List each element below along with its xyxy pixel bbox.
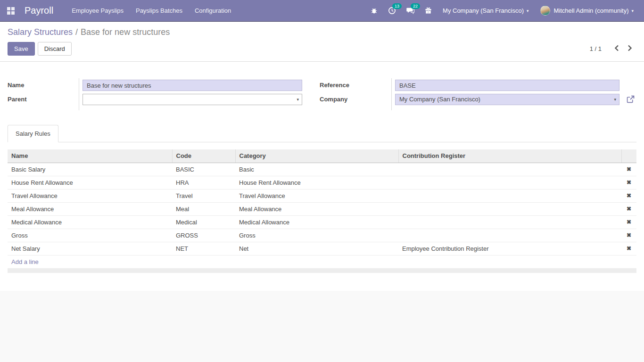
company-field-value: My Company (San Francisco) [399, 96, 480, 103]
user-menu[interactable]: Mitchell Admin (community) ▾ [535, 0, 639, 21]
cell-code[interactable]: GROSS [172, 229, 235, 242]
cell-name[interactable]: Gross [8, 229, 172, 242]
message-count-badge: 22 [411, 3, 420, 9]
cell-name[interactable]: House Rent Allowance [8, 176, 172, 189]
table-row[interactable]: Net Salary NET Net Employee Contribution… [8, 242, 636, 255]
cell-category[interactable]: Medical Allowance [235, 215, 398, 229]
table-row[interactable]: Gross GROSS Gross ✖ [8, 229, 636, 242]
company-switcher[interactable]: My Company (San Francisco) ▾ [437, 0, 534, 21]
pager-value[interactable]: 1 / 1 [590, 45, 602, 52]
cell-code[interactable]: NET [172, 242, 235, 255]
activity-count-badge: 13 [392, 3, 402, 9]
chevron-down-icon: ▾ [631, 8, 634, 13]
menu-payslips-batches[interactable]: Payslips Batches [130, 0, 189, 21]
company-field-label: Company [320, 94, 391, 108]
pager: 1 / 1 [590, 43, 636, 55]
delete-row-icon[interactable]: ✖ [627, 179, 631, 186]
cell-name[interactable]: Meal Allowance [8, 202, 172, 215]
delete-row-icon[interactable]: ✖ [627, 192, 631, 199]
cell-contribution-register[interactable] [398, 163, 621, 176]
external-link-icon[interactable] [627, 95, 635, 105]
activities-clock-icon[interactable]: 13 [383, 0, 401, 21]
parent-field[interactable]: ▾ [83, 94, 302, 105]
delete-row-icon[interactable]: ✖ [627, 206, 631, 212]
delete-row-icon[interactable]: ✖ [627, 166, 631, 173]
cell-contribution-register[interactable] [398, 189, 621, 202]
delete-row-icon[interactable]: ✖ [627, 219, 631, 225]
parent-field-label: Parent [8, 94, 79, 108]
control-panel: Salary Structures/Base for new structure… [0, 22, 644, 62]
cell-category[interactable]: Basic [235, 163, 398, 176]
cell-code[interactable]: HRA [172, 176, 235, 189]
cell-category[interactable]: Travel Allowance [235, 189, 398, 202]
table-row[interactable]: Travel Allowance Travel Travel Allowance… [8, 189, 636, 202]
column-header-name[interactable]: Name [8, 149, 172, 163]
table-footer [8, 268, 636, 273]
cell-category[interactable]: Meal Allowance [235, 202, 398, 215]
cell-contribution-register[interactable] [398, 176, 621, 189]
reference-field[interactable] [395, 80, 619, 91]
breadcrumb-parent-link[interactable]: Salary Structures [8, 27, 73, 37]
menu-configuration[interactable]: Configuration [189, 0, 237, 21]
navbar-systray: 13 22 My Company (San Francisco) ▾ [365, 0, 639, 21]
column-header-actions [621, 149, 636, 163]
messages-icon[interactable]: 22 [401, 0, 420, 21]
gift-icon[interactable] [420, 0, 437, 21]
cell-contribution-register[interactable] [398, 202, 621, 215]
cell-name[interactable]: Basic Salary [8, 163, 172, 176]
cell-code[interactable]: BASIC [172, 163, 235, 176]
delete-row-icon[interactable]: ✖ [627, 232, 631, 239]
chevron-down-icon: ▾ [527, 8, 529, 13]
form-sheet: Name Parent ▾ Reference Company [0, 62, 644, 291]
name-field-label: Name [8, 80, 79, 94]
cell-contribution-register[interactable]: Employee Contribution Register [398, 242, 621, 255]
delete-row-icon[interactable]: ✖ [627, 245, 631, 252]
cell-code[interactable]: Meal [172, 202, 235, 215]
cell-name[interactable]: Travel Allowance [8, 189, 172, 202]
cell-code[interactable]: Travel [172, 189, 235, 202]
menu-employee-payslips[interactable]: Employee Payslips [66, 0, 130, 21]
apps-menu-icon[interactable] [4, 4, 18, 18]
chevron-down-icon: ▾ [297, 94, 299, 105]
table-row[interactable]: Meal Allowance Meal Meal Allowance ✖ [8, 202, 636, 215]
notebook: Salary Rules Name Code Category Contribu… [8, 125, 636, 273]
chevron-down-icon: ▾ [614, 94, 616, 105]
page-background [0, 291, 644, 362]
table-row[interactable]: Medical Allowance Medical Medical Allowa… [8, 215, 636, 229]
reference-field-label: Reference [320, 80, 391, 94]
column-header-code[interactable]: Code [172, 149, 235, 163]
tab-salary-rules[interactable]: Salary Rules [8, 125, 58, 142]
debug-bug-icon[interactable] [365, 0, 383, 21]
top-navbar: Payroll Employee Payslips Payslips Batch… [0, 0, 644, 22]
pager-next-button[interactable] [623, 43, 636, 55]
company-switcher-label: My Company (San Francisco) [443, 7, 524, 14]
cell-category[interactable]: Net [235, 242, 398, 255]
breadcrumb-separator: / [75, 27, 78, 37]
cell-category[interactable]: House Rent Allowance [235, 176, 398, 189]
cell-name[interactable]: Medical Allowance [8, 215, 172, 229]
discard-button[interactable]: Discard [38, 42, 72, 56]
grid-icon [7, 7, 15, 15]
app-brand[interactable]: Payroll [25, 5, 53, 16]
cell-contribution-register[interactable] [398, 229, 621, 242]
name-field[interactable] [83, 80, 302, 91]
table-row[interactable]: House Rent Allowance HRA House Rent Allo… [8, 176, 636, 189]
column-header-contribution-register[interactable]: Contribution Register [398, 149, 621, 163]
cell-contribution-register[interactable] [398, 215, 621, 229]
table-row[interactable]: Basic Salary BASIC Basic ✖ [8, 163, 636, 176]
add-a-line-link[interactable]: Add a line [11, 258, 39, 265]
column-header-category[interactable]: Category [235, 149, 398, 163]
breadcrumb: Salary Structures/Base for new structure… [8, 27, 636, 37]
salary-rules-table: Name Code Category Contribution Register… [8, 149, 636, 268]
cell-category[interactable]: Gross [235, 229, 398, 242]
main-menu: Employee Payslips Payslips Batches Confi… [66, 0, 237, 21]
company-field[interactable]: My Company (San Francisco) ▾ [395, 94, 619, 105]
pager-previous-button[interactable] [610, 43, 623, 55]
avatar [540, 6, 550, 16]
cell-code[interactable]: Medical [172, 215, 235, 229]
save-button[interactable]: Save [8, 42, 35, 56]
user-menu-label: Mitchell Admin (community) [554, 7, 629, 14]
cell-name[interactable]: Net Salary [8, 242, 172, 255]
breadcrumb-current: Base for new structures [81, 27, 170, 37]
